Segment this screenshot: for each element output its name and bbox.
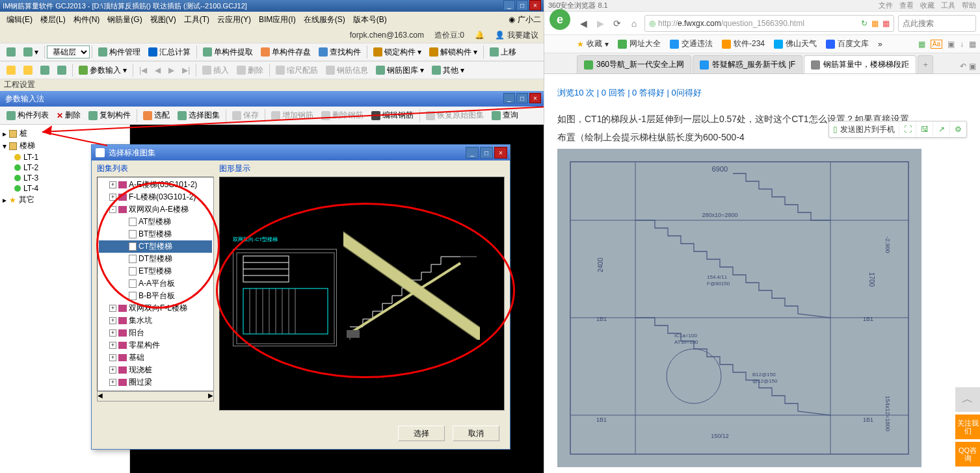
tab-list-icon[interactable]: ▣ xyxy=(969,62,976,71)
unlock-button[interactable]: 解锁构件▾ xyxy=(425,45,481,59)
menu-rebar[interactable]: 钢筋量(G) xyxy=(103,14,146,25)
minimize-button[interactable]: _ xyxy=(503,0,515,10)
expand-icon[interactable]: + xyxy=(109,194,116,201)
select-atlas-button[interactable]: 选择图集 xyxy=(174,109,224,122)
settings-button[interactable]: ⚙ xyxy=(949,121,966,137)
rebar-info-button[interactable]: 钢筋信息 xyxy=(322,64,372,77)
edit-rebar-button[interactable]: 编辑钢筋 xyxy=(367,109,417,122)
media-last[interactable]: ▶| xyxy=(178,64,194,76)
sub-maximize[interactable]: □ xyxy=(516,93,528,103)
tab-qa[interactable]: 答疑解惑_服务新干线 |F xyxy=(693,55,802,73)
sync-icon[interactable]: ↻ xyxy=(861,19,867,28)
atlas-item[interactable]: +F-L楼梯(03G101-2) xyxy=(99,191,212,203)
br-menu-tools[interactable]: 工具 xyxy=(941,1,955,10)
scroll-top-button[interactable]: ︿ xyxy=(955,387,980,412)
expand-icon[interactable]: + xyxy=(109,329,116,337)
other-button[interactable]: 其他▾ xyxy=(428,64,468,77)
media-next[interactable]: ▶ xyxy=(165,64,178,76)
dlg-maximize[interactable]: □ xyxy=(480,147,493,159)
tb1-btn-b[interactable]: ▾ xyxy=(20,46,42,58)
follow-us-button[interactable]: 关注我们 xyxy=(955,415,980,439)
single-save-button[interactable]: 单构件存盘 xyxy=(257,45,315,59)
tab-current[interactable]: 钢筋算量中，楼梯梯段距 xyxy=(804,55,916,73)
menu-bim[interactable]: BIM应用(I) xyxy=(255,14,300,25)
send-to-phone-button[interactable]: ▯发送图片到手机 xyxy=(829,121,899,137)
move-up-button[interactable]: 上移 xyxy=(486,45,520,59)
search-input[interactable] xyxy=(898,15,976,32)
ext-icon-3[interactable]: ▣ xyxy=(947,40,955,49)
atlas-item[interactable]: +零星构件 xyxy=(99,339,212,352)
reload-button[interactable]: ⟳ xyxy=(611,17,624,30)
url-bar[interactable]: ◎ http://e.fwxgx.com/question_1566390.ht… xyxy=(644,15,894,32)
fit-rebar-button[interactable]: 缩尺配筋 xyxy=(272,64,322,77)
menu-tools[interactable]: 工具(T) xyxy=(180,14,213,25)
atlas-item[interactable]: +A-E楼梯(03G101-2) xyxy=(99,179,212,191)
qq-consult-button[interactable]: QQ咨询 xyxy=(955,442,980,467)
single-extract-button[interactable]: 单构件提取 xyxy=(199,45,257,59)
atlas-item[interactable]: CT型楼梯 xyxy=(99,240,212,253)
save-img-button[interactable]: 🖫 xyxy=(916,121,933,137)
expand-icon[interactable]: + xyxy=(109,317,116,324)
ok-button[interactable]: 选择 xyxy=(398,426,445,441)
summary-calc-button[interactable]: 汇总计算 xyxy=(144,45,194,59)
back-button[interactable]: ◀ xyxy=(577,17,590,30)
user-radio[interactable]: ◉ 广小二 xyxy=(509,14,541,25)
select-match-button[interactable]: 选配 xyxy=(139,109,174,122)
component-mgmt-button[interactable]: 构件管理 xyxy=(94,45,144,59)
br-menu-help[interactable]: 帮助 xyxy=(962,1,976,10)
tool2[interactable] xyxy=(53,64,70,76)
atlas-item[interactable]: +集水坑 xyxy=(99,314,212,327)
question-image[interactable]: 6900 2400 1700 280x10=2800 154.4/11 F@80… xyxy=(557,149,921,467)
save-button[interactable]: 保存 xyxy=(228,109,263,122)
tree-node-pile[interactable]: ▸桩 xyxy=(3,127,127,140)
add-rebar-button[interactable]: 增加钢筋 xyxy=(267,109,317,122)
atlas-item[interactable]: +基础 xyxy=(99,352,212,364)
lock-button[interactable]: 锁定构件▾ xyxy=(369,45,425,59)
component-list-button[interactable]: 构件列表 xyxy=(3,109,53,122)
expand-icon[interactable]: + xyxy=(109,342,116,349)
ext2-icon[interactable]: ▦ xyxy=(882,19,890,28)
nav-first[interactable] xyxy=(3,64,20,76)
ext-icon-4[interactable]: ↓ xyxy=(960,40,964,49)
close-button[interactable]: × xyxy=(529,0,541,10)
del-rebar-button[interactable]: 删除钢筋 xyxy=(317,109,367,122)
nav-prev[interactable] xyxy=(20,64,36,76)
param-input-button[interactable]: 参数输入▾ xyxy=(75,64,131,77)
maximize-button[interactable]: □ xyxy=(516,0,528,10)
bookmark-sites[interactable]: 网址大全 xyxy=(618,38,661,49)
tool1[interactable] xyxy=(36,64,53,76)
home-button[interactable]: ⌂ xyxy=(628,17,641,30)
br-menu-file[interactable]: 文件 xyxy=(879,1,893,10)
media-prev[interactable]: ◀ xyxy=(151,64,165,76)
share-button[interactable]: ↗ xyxy=(933,121,949,137)
bookmark-weather[interactable]: 佛山天气 xyxy=(774,38,817,49)
copy-comp-button[interactable]: 复制构件 xyxy=(85,109,135,122)
br-menu-view[interactable]: 查看 xyxy=(899,1,914,10)
restore-button[interactable]: 恢复原始图集 xyxy=(422,109,488,122)
atlas-item[interactable]: B-B平台板 xyxy=(99,290,212,302)
media-first[interactable]: |◀ xyxy=(135,64,151,76)
bookmarks-more[interactable]: » xyxy=(878,40,882,49)
tab-restore-icon[interactable]: ↶ xyxy=(960,62,966,71)
dlg-close[interactable]: × xyxy=(494,147,507,159)
browser-logo-icon[interactable]: e xyxy=(550,9,570,30)
insert-button[interactable]: 插入 xyxy=(198,64,233,77)
sub-close[interactable]: × xyxy=(529,93,541,103)
search-button[interactable]: 查询 xyxy=(488,109,522,122)
bookmark-traffic[interactable]: 交通违法 xyxy=(670,38,713,49)
tb1-btn-a[interactable] xyxy=(3,46,20,58)
atlas-list[interactable]: +A-E楼梯(03G101-2)+F-L楼梯(03G101-2)-双网双向A-E… xyxy=(97,177,214,391)
atlas-item[interactable]: +阳台 xyxy=(99,327,212,339)
cancel-button[interactable]: 取消 xyxy=(453,426,499,441)
atlas-item[interactable]: ET型楼梯 xyxy=(99,265,212,277)
menu-edit[interactable]: 编辑(E) xyxy=(3,14,36,25)
delete-button[interactable]: 删除 xyxy=(233,64,267,77)
atlas-item[interactable]: +圈过梁 xyxy=(99,376,212,389)
sub-minimize[interactable]: _ xyxy=(503,93,515,103)
forward-button[interactable]: ▶ xyxy=(594,17,607,30)
fullscreen-button[interactable]: ⛶ xyxy=(899,121,916,137)
bookmark-software[interactable]: 软件-234 xyxy=(722,38,765,49)
ext1-icon[interactable]: ▦ xyxy=(871,19,879,28)
expand-icon[interactable]: + xyxy=(109,181,116,188)
menu-component[interactable]: 构件(N) xyxy=(70,14,104,25)
